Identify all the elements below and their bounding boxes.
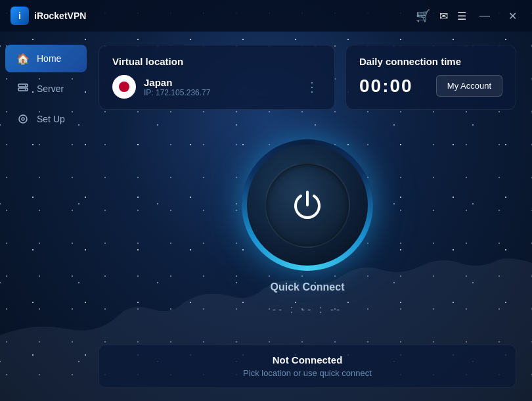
- menu-icon[interactable]: ☰: [457, 10, 466, 22]
- location-row: Japan IP: 172.105.236.77 ⋮: [112, 75, 321, 99]
- power-center: Quick Connect -- : -- : --: [99, 120, 516, 334]
- close-button[interactable]: ✕: [503, 7, 521, 25]
- power-button[interactable]: [265, 162, 350, 248]
- power-icon: [289, 187, 326, 224]
- time-content: 00:00 My Account: [359, 75, 502, 97]
- sidebar-label-server: Server: [37, 83, 64, 94]
- setup-icon: [16, 112, 30, 126]
- ip-address: IP: 172.105.236.77: [144, 88, 210, 97]
- app-name: iRocketVPN: [34, 11, 86, 21]
- location-info: Japan IP: 172.105.236.77: [112, 75, 210, 99]
- sidebar-label-home: Home: [37, 53, 61, 64]
- sidebar-item-home[interactable]: 🏠 Home: [5, 45, 87, 72]
- my-account-button[interactable]: My Account: [436, 75, 502, 97]
- virtual-location-card: Virtual location Japan IP: 172.105.236.7…: [99, 45, 335, 110]
- daily-connection-title: Daily connection time: [359, 56, 502, 67]
- svg-point-5: [22, 118, 24, 120]
- app-logo: i: [11, 7, 29, 25]
- sidebar-item-setup[interactable]: Set Up: [5, 105, 87, 133]
- time-display: 00:00: [359, 76, 413, 97]
- titlebar-left: i iRocketVPN: [11, 7, 86, 25]
- minimize-button[interactable]: —: [476, 7, 494, 25]
- status-title: Not Connected: [112, 354, 502, 366]
- svg-point-3: [25, 89, 26, 90]
- svg-point-4: [19, 115, 27, 123]
- home-icon: 🏠: [16, 51, 30, 66]
- location-text: Japan IP: 172.105.236.77: [144, 77, 210, 97]
- country-name: Japan: [144, 77, 210, 88]
- sidebar-label-setup: Set Up: [37, 114, 65, 124]
- status-subtitle: Pick location or use quick connect: [112, 368, 502, 378]
- titlebar-right: 🛒 ✉ ☰ — ✕: [416, 7, 521, 25]
- power-timer: -- : -- : --: [273, 304, 343, 316]
- sidebar-item-server[interactable]: Server: [5, 75, 87, 103]
- main-layout: 🏠 Home Server Set Up: [0, 32, 532, 401]
- logo-text: i: [18, 11, 21, 21]
- mail-icon[interactable]: ✉: [439, 10, 448, 22]
- quick-connect-label: Quick Connect: [271, 281, 345, 293]
- power-ring-inner: [247, 145, 368, 266]
- server-icon: [16, 82, 30, 96]
- flag-japan: [112, 75, 136, 99]
- status-bar: Not Connected Pick location or use quick…: [99, 344, 516, 388]
- content-area: Virtual location Japan IP: 172.105.236.7…: [92, 32, 532, 401]
- titlebar: i iRocketVPN 🛒 ✉ ☰ — ✕: [0, 0, 532, 32]
- power-ring-outer: [242, 139, 373, 271]
- more-options-button[interactable]: ⋮: [303, 76, 321, 97]
- virtual-location-title: Virtual location: [112, 56, 321, 67]
- top-cards: Virtual location Japan IP: 172.105.236.7…: [99, 45, 516, 110]
- daily-connection-card: Daily connection time 00:00 My Account: [345, 45, 516, 110]
- sidebar: 🏠 Home Server Set Up: [0, 32, 92, 401]
- svg-point-2: [25, 85, 26, 86]
- cart-icon[interactable]: 🛒: [416, 9, 430, 23]
